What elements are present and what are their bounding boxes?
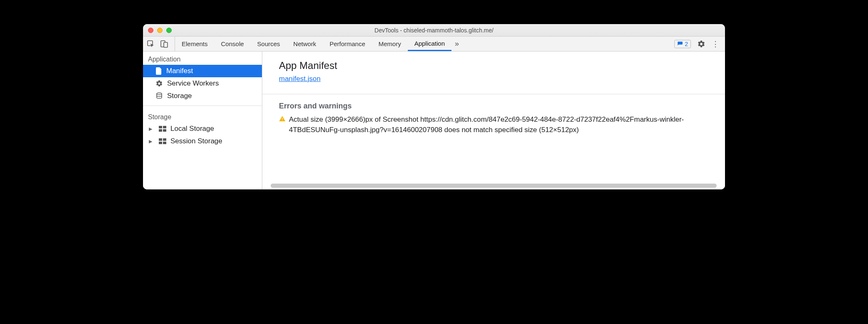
warning-text: Actual size (3999×2666)px of Screenshot … [289,115,708,135]
window-titlebar: DevTools - chiseled-mammoth-talos.glitch… [143,24,725,37]
disclosure-triangle-icon: ▶ [148,139,153,144]
more-options-icon[interactable]: ⋮ [712,39,720,49]
traffic-lights [148,27,172,33]
svg-rect-6 [159,129,162,132]
device-toolbar-icon[interactable] [160,39,169,49]
devtools-body: Application Manifest Service Workers Sto… [143,52,725,189]
disclosure-triangle-icon: ▶ [148,126,153,132]
tab-memory[interactable]: Memory [372,37,408,51]
sidebar-item-label: Local Storage [170,125,214,133]
sidebar-divider [143,106,262,106]
svg-rect-2 [164,42,168,47]
tab-label: Network [293,40,316,47]
manifest-link[interactable]: manifest.json [279,75,321,83]
sidebar-item-label: Storage [167,92,192,100]
table-icon [159,138,166,144]
svg-point-3 [157,93,162,95]
svg-rect-7 [163,129,166,132]
tab-label: Performance [330,40,365,47]
manifest-header: App Manifest manifest.json [262,52,725,86]
sidebar-item-label: Manifest [166,67,193,75]
settings-gear-icon[interactable] [697,39,706,49]
database-icon [155,92,163,100]
table-icon [159,126,166,132]
minimize-window-button[interactable] [157,27,163,33]
svg-rect-8 [159,138,162,141]
tab-label: Elements [182,40,208,47]
tab-network[interactable]: Network [287,37,323,51]
tab-application[interactable]: Application [408,37,451,51]
warning-icon [279,115,286,122]
sidebar-item-session-storage[interactable]: ▶ Session Storage [143,135,262,147]
devtools-window: DevTools - chiseled-mammoth-talos.glitch… [143,24,725,189]
tab-performance[interactable]: Performance [323,37,372,51]
maximize-window-button[interactable] [166,27,172,33]
close-window-button[interactable] [148,27,153,33]
sidebar-item-service-workers[interactable]: Service Workers [143,77,262,90]
svg-rect-5 [163,126,166,128]
sidebar-section-storage: Storage [143,109,262,123]
svg-rect-9 [163,138,166,141]
manifest-heading: App Manifest [279,60,708,71]
tab-console[interactable]: Console [215,37,251,51]
errors-heading: Errors and warnings [279,102,708,110]
application-sidebar[interactable]: Application Manifest Service Workers Sto… [143,52,262,189]
more-tabs-icon[interactable]: » [451,39,462,48]
console-message-badge[interactable]: 2 [674,40,691,48]
tabstrip-right-tools: 2 ⋮ [674,37,722,51]
gear-icon [155,80,163,87]
sidebar-item-manifest[interactable]: Manifest [143,65,262,77]
sidebar-item-local-storage[interactable]: ▶ Local Storage [143,123,262,135]
svg-rect-11 [163,142,166,144]
main-inner: App Manifest manifest.json Errors and wa… [262,52,725,135]
tabstrip-left-tools [146,37,175,51]
devtools-tabstrip: Elements Console Sources Network Perform… [143,37,725,52]
window-title: DevTools - chiseled-mammoth-talos.glitch… [143,27,725,34]
tab-elements[interactable]: Elements [175,37,215,51]
sidebar-item-storage[interactable]: Storage [143,90,262,102]
sidebar-item-label: Session Storage [170,137,222,145]
tab-label: Console [221,40,244,47]
tab-label: Application [414,40,445,47]
warning-row: Actual size (3999×2666)px of Screenshot … [279,115,708,135]
svg-rect-10 [159,142,162,144]
svg-rect-4 [159,126,162,128]
message-count: 2 [685,41,688,47]
inspect-element-icon[interactable] [146,39,155,49]
tab-label: Memory [379,40,401,47]
errors-and-warnings-block: Errors and warnings Actual size (3999×26… [262,94,725,135]
horizontal-scrollbar[interactable] [271,184,717,188]
message-icon [677,41,683,47]
devtools-tabs: Elements Console Sources Network Perform… [175,37,451,51]
tab-sources[interactable]: Sources [251,37,287,51]
tab-label: Sources [257,40,280,47]
sidebar-item-label: Service Workers [167,79,219,88]
file-icon [155,67,162,75]
sidebar-section-application: Application [143,52,262,65]
application-main-panel[interactable]: App Manifest manifest.json Errors and wa… [262,52,725,189]
